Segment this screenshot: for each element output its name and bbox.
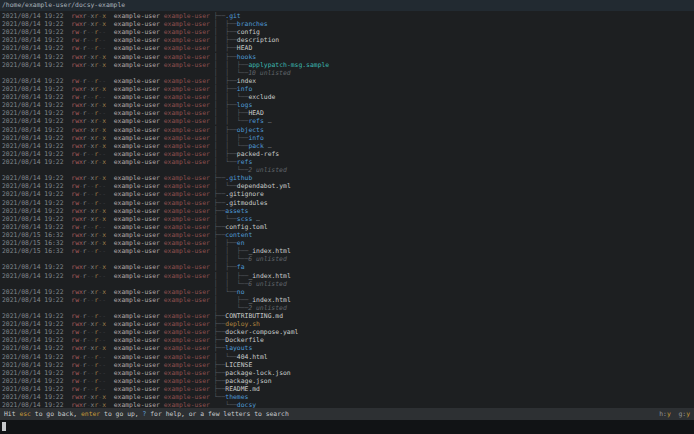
- file-name[interactable]: Dockerfile: [225, 336, 263, 344]
- tree-row[interactable]: 2021/08/14 19:22 rw-r--r-- example-user …: [2, 109, 329, 117]
- dir-name[interactable]: pack: [248, 142, 263, 150]
- file-name[interactable]: .gitignore: [225, 190, 263, 198]
- tree-row[interactable]: 2021/08/14 19:22 rw-r--r-- example-user …: [2, 150, 329, 158]
- dir-name[interactable]: .github: [225, 174, 252, 182]
- tree-row[interactable]: 2021/08/14 19:22 rw-r--r-- example-user …: [2, 93, 329, 101]
- tree-row[interactable]: 2021/08/14 19:22 rw-r--r-- example-user …: [2, 336, 329, 344]
- tree-row[interactable]: 2021/08/14 19:22 rwxr-xr-x example-user …: [2, 53, 329, 61]
- dir-name[interactable]: themes: [225, 393, 248, 401]
- search-input[interactable]: [0, 420, 694, 434]
- dir-name[interactable]: .git: [225, 12, 240, 20]
- tree-row[interactable]: 2021/08/14 19:22 rwxr-xr-x example-user …: [2, 134, 329, 142]
- file-name[interactable]: LICENSE: [225, 361, 252, 369]
- file-name[interactable]: packed-refs: [237, 150, 279, 158]
- tree-row[interactable]: 2021/08/14 19:22 rw-r--r-- example-user …: [2, 361, 329, 369]
- tree-branch-glyph: ├──: [214, 336, 226, 344]
- tree-row[interactable]: 2021/08/14 19:22 rw-r--r-- example-user …: [2, 296, 329, 304]
- tree-row[interactable]: 2021/08/14 19:22 rw-r--r-- example-user …: [2, 369, 329, 377]
- tree-row[interactable]: 2021/08/14 19:22 rwxr-xr-x example-user …: [2, 142, 329, 150]
- tree-row[interactable]: 2021/08/14 19:22 rw-r--r-- example-user …: [2, 77, 329, 85]
- tree-row[interactable]: │ └──2 unlisted: [2, 304, 329, 312]
- file-name[interactable]: README.md: [225, 385, 260, 393]
- tree-row[interactable]: 2021/08/14 19:22 rw-r--r-- example-user …: [2, 272, 329, 280]
- tree-row[interactable]: 2021/08/14 19:22 rw-r--r-- example-user …: [2, 312, 329, 320]
- file-name[interactable]: index: [237, 77, 256, 85]
- tree-row[interactable]: 2021/08/14 19:22 rwxr-xr-x example-user …: [2, 393, 329, 401]
- file-name[interactable]: _index.html: [248, 296, 290, 304]
- dir-name[interactable]: content: [225, 231, 252, 239]
- owner-name: example-user: [114, 36, 160, 44]
- tree-row[interactable]: 2021/08/14 19:22 rwxr-xr-x example-user …: [2, 20, 329, 28]
- file-name[interactable]: HEAD: [237, 44, 252, 52]
- tree-row[interactable]: │ │ └──6 unlisted: [2, 280, 329, 288]
- dir-name[interactable]: en: [237, 239, 245, 247]
- dir-name[interactable]: info: [248, 134, 263, 142]
- file-name[interactable]: applypatch-msg.sample: [248, 61, 329, 69]
- tree-row[interactable]: 2021/08/14 19:22 rwxr-xr-x example-user …: [2, 158, 329, 166]
- file-name[interactable]: CONTRIBUTING.md: [225, 312, 283, 320]
- tree-row[interactable]: 2021/08/14 19:22 rwxr-xr-x example-user …: [2, 288, 329, 296]
- group-name: example-user: [164, 182, 210, 190]
- tree-row[interactable]: 2021/08/14 19:22 rw-r--r-- example-user …: [2, 223, 329, 231]
- tree-row[interactable]: 2021/08/14 19:22 rw-r--r-- example-user …: [2, 36, 329, 44]
- tree-row[interactable]: 2021/08/14 19:22 rw-r--r-- example-user …: [2, 182, 329, 190]
- dir-name[interactable]: logs: [237, 101, 252, 109]
- file-name[interactable]: exclude: [248, 93, 275, 101]
- tree-row[interactable]: │ └──2 unlisted: [2, 166, 329, 174]
- tree-row[interactable]: 2021/08/15 16:32 rwxr-xr-x example-user …: [2, 231, 329, 239]
- tree-row[interactable]: │ │ └──6 unlisted: [2, 255, 329, 263]
- dir-name[interactable]: assets: [225, 207, 248, 215]
- tree-row[interactable]: 2021/08/14 19:22 rw-r--r-- example-user …: [2, 377, 329, 385]
- tree-branch-glyph: │ ├──: [214, 85, 237, 93]
- tree-branch-glyph: │ ├──: [214, 150, 237, 158]
- tree-row[interactable]: 2021/08/14 19:22 rw-r--r-- example-user …: [2, 328, 329, 336]
- dir-name[interactable]: branches: [237, 20, 268, 28]
- file-name[interactable]: deploy.sh: [225, 320, 260, 328]
- file-name[interactable]: config: [237, 28, 260, 36]
- unlisted-count: 6 unlisted: [248, 255, 286, 263]
- file-name[interactable]: .gitmodules: [225, 199, 267, 207]
- tree-row[interactable]: 2021/08/14 19:22 rw-r--r-- example-user …: [2, 385, 329, 393]
- dir-name[interactable]: refs: [248, 117, 263, 125]
- tree-row[interactable]: 2021/08/14 19:22 rwxr-xr-x example-user …: [2, 215, 329, 223]
- dir-name[interactable]: refs: [237, 158, 252, 166]
- file-name[interactable]: config.toml: [225, 223, 267, 231]
- owner-name: example-user: [114, 215, 160, 223]
- file-name[interactable]: package.json: [225, 377, 271, 385]
- tree-row[interactable]: 2021/08/14 19:22 rwxr-xr-x example-user …: [2, 126, 329, 134]
- file-name[interactable]: _index.html: [248, 272, 290, 280]
- tree-row[interactable]: 2021/08/14 19:22 rwxr-xr-x example-user …: [2, 101, 329, 109]
- tree-row[interactable]: 2021/08/15 16:32 rwxr-xr-x example-user …: [2, 239, 329, 247]
- tree-row[interactable]: 2021/08/14 19:22 rwxr-xr-x example-user …: [2, 12, 329, 20]
- tree-row[interactable]: 2021/08/14 19:22 rwxr-xr-x example-user …: [2, 117, 329, 125]
- file-name[interactable]: 404.html: [237, 353, 268, 361]
- tree-row[interactable]: 2021/08/14 19:22 rw-r--r-- example-user …: [2, 199, 329, 207]
- tree-row[interactable]: 2021/08/14 19:22 rw-r--r-- example-user …: [2, 44, 329, 52]
- tree-row[interactable]: 2021/08/15 16:32 rw-r--r-- example-user …: [2, 247, 329, 255]
- dir-name[interactable]: info: [237, 85, 252, 93]
- tree-row[interactable]: │ │ └──10 unlisted: [2, 69, 329, 77]
- tree-branch-glyph: │ ├──: [214, 53, 237, 61]
- tree-row[interactable]: 2021/08/14 19:22 rwxr-xr-x example-user …: [2, 61, 329, 69]
- file-name[interactable]: dependabot.yml: [237, 182, 291, 190]
- tree-row[interactable]: 2021/08/14 19:22 rw-r--r-- example-user …: [2, 353, 329, 361]
- dir-name[interactable]: scss: [237, 215, 252, 223]
- tree-row[interactable]: 2021/08/14 19:22 rw-r--r-- example-user …: [2, 190, 329, 198]
- file-name[interactable]: package-lock.json: [225, 369, 290, 377]
- tree-row[interactable]: 2021/08/14 19:22 rwxr-xr-x example-user …: [2, 344, 329, 352]
- dir-name[interactable]: objects: [237, 126, 264, 134]
- tree-row[interactable]: 2021/08/14 19:22 rwxr-xr-x example-user …: [2, 174, 329, 182]
- dir-name[interactable]: fa: [237, 263, 245, 271]
- file-name[interactable]: _index.html: [248, 247, 290, 255]
- file-name[interactable]: HEAD: [248, 109, 263, 117]
- tree-row[interactable]: 2021/08/14 19:22 rw-r--r-- example-user …: [2, 28, 329, 36]
- tree-row[interactable]: 2021/08/14 19:22 rwxr-xr-x example-user …: [2, 263, 329, 271]
- tree-row[interactable]: 2021/08/14 19:22 rwxr-xr-x example-user …: [2, 85, 329, 93]
- dir-name[interactable]: layouts: [225, 344, 252, 352]
- tree-row[interactable]: 2021/08/14 19:22 rwxr-xr-x example-user …: [2, 320, 329, 328]
- tree-row[interactable]: 2021/08/14 19:22 rwxr-xr-x example-user …: [2, 207, 329, 215]
- file-name[interactable]: docker-compose.yaml: [225, 328, 298, 336]
- file-name[interactable]: description: [237, 36, 279, 44]
- dir-name[interactable]: hooks: [237, 53, 256, 61]
- dir-name[interactable]: no: [237, 288, 245, 296]
